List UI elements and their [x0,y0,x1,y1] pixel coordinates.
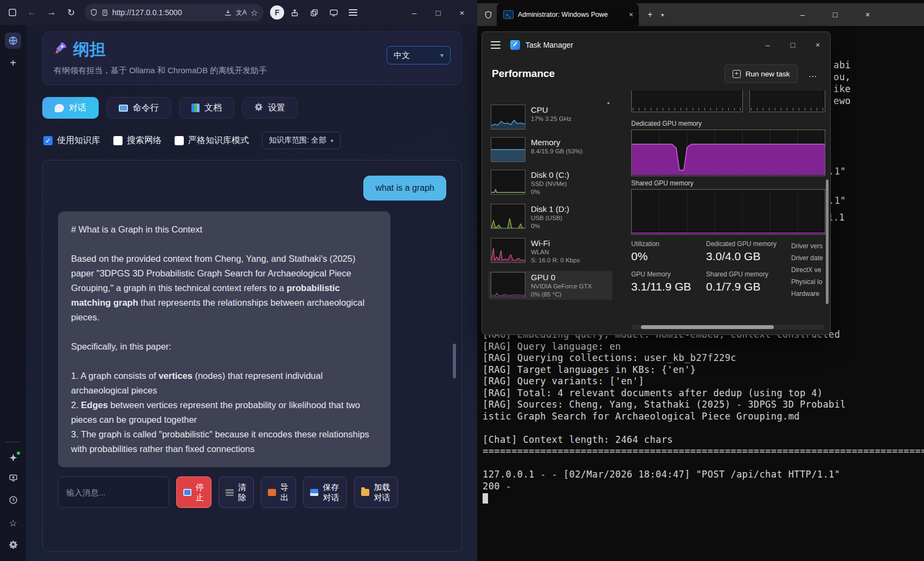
forward-button[interactable]: → [42,4,61,21]
sidebar-divider [6,442,20,442]
run-new-task-label: Run new task [746,70,790,78]
checkbox-icon[interactable]: ✓ [175,136,184,145]
option-label: 严格知识库模式 [188,135,249,146]
gpu-info-labels-truncated: Driver vers Driver date DirectX ve Physi… [791,240,825,300]
terminal-text-fragment: ou, [833,72,851,83]
chevron-down-icon: ▾ [440,51,444,59]
run-new-task-button[interactable]: Run new task [724,65,798,83]
stat-shared-memory: Shared GPU memory 0.1/7.9 GB [706,270,794,293]
chat-scrollbar[interactable] [453,344,456,378]
favorite-star-icon[interactable]: ☆ [251,8,258,18]
rocket-icon [54,41,68,59]
clear-button[interactable]: 清除 [219,476,254,508]
performance-sidebar: CPU 17% 3.25 GHz Memory 8.4/15.9 GB (53%… [489,104,612,334]
option-search-web[interactable]: ✓ 搜索网络 [113,135,162,146]
app-subtitle: 有纲领有担当，基于 Ollama 和 ChromaDB 的离线开发助手 [54,66,451,76]
sidebar-add-icon[interactable]: + [10,57,16,68]
tab-command-line-label: 命令行 [133,102,159,114]
profile-avatar[interactable]: F [270,5,284,20]
shared-gpu-memory-chart [631,189,825,235]
option-strict-kb-mode[interactable]: ✓ 严格知识库模式 [175,135,249,146]
assistant-message-bubble: # What is a Graph in this ContextBased o… [58,211,390,467]
tm-maximize-button[interactable]: □ [780,32,805,58]
checkbox-icon[interactable]: ✓ [113,136,123,145]
gpu-engine-chart-partial [749,91,825,112]
hamburger-menu-icon[interactable] [491,41,501,49]
tab-settings-label: 设置 [268,102,285,114]
gear-icon [254,102,263,113]
dedicated-gpu-memory-chart [631,130,825,176]
horizontal-scrollbar-thumb[interactable] [641,325,774,329]
browser-toolbar: ← → ↻ http://127.0.0.1:5000 文A ☆ F [0,0,477,25]
browser-minimize-button[interactable]: – [402,4,426,21]
terminal-text-fragment: .1" [829,166,846,178]
options-row: ✓ 使用知识库 ✓ 搜索网络 ✓ 严格知识库模式 知识库范围: 全部 ▾ [43,132,477,149]
gpu-detail-panel: Dedicated GPU memory Shared GPU memory U… [631,91,825,334]
share-icon[interactable] [285,4,304,21]
download-icon[interactable] [224,9,232,17]
chat-input[interactable] [58,476,169,508]
gpu-stats: Utilization 0% Dedicated GPU memory 3.0/… [631,240,794,293]
app-header: 纲担 有纲领有担当，基于 Ollama 和 ChromaDB 的离线开发助手 中… [42,31,462,85]
more-options-button[interactable]: ... [805,69,820,79]
settings-gear-icon[interactable] [9,540,18,551]
tab-settings[interactable]: 设置 [242,97,298,119]
tab-chat[interactable]: 对话 [42,97,99,119]
history-clock-icon[interactable] [9,495,18,507]
reload-button[interactable]: ↻ [62,4,80,21]
disk1-graph-thumbnail [491,204,525,229]
memory-graph-thumbnail [491,137,525,162]
back-button[interactable]: ← [23,4,41,21]
browser-menu-icon[interactable] [344,4,362,21]
load-chat-button[interactable]: 加载对话 [354,476,398,508]
task-manager-app-icon [510,40,520,50]
terminal-text-fragment: abi [833,60,851,72]
copilot-sparkle-icon[interactable] [9,453,18,462]
option-use-knowledge-base[interactable]: ✓ 使用知识库 [43,135,100,146]
user-message-bubble: what is a graph [363,176,446,201]
checkbox-icon[interactable]: ✓ [43,136,53,145]
tab-documents[interactable]: 文档 [179,97,234,119]
collections-icon[interactable] [305,4,323,21]
devices-icon[interactable] [324,4,343,21]
favorites-star-icon[interactable]: ☆ [9,518,17,529]
site-security-shield-icon[interactable] [90,9,98,16]
perf-item-memory[interactable]: Memory 8.4/15.9 GB (53%) [489,136,612,163]
workspaces-icon[interactable] [5,33,21,49]
tab-command-line[interactable]: 命令行 [106,97,171,119]
perf-item-disk0[interactable]: Disk 0 (C:) SSD (NVMe) 0% [489,169,612,197]
export-button[interactable]: 导出 [261,476,296,508]
screen-share-icon[interactable] [9,473,18,485]
performance-page-title: Performance [492,68,555,80]
tab-actions-icon[interactable] [3,4,22,21]
task-manager-window-controls: – □ × [755,32,830,58]
perf-item-wifi[interactable]: Wi-Fi WLAN S: 16.0 R: 0 Kbps [489,237,612,266]
terminal-output: [RAG] Embedding query, model: nomic-embe… [483,329,924,504]
horizontal-scrollbar[interactable] [631,325,824,330]
address-bar[interactable]: http://127.0.0.1:5000 文A ☆ [85,4,264,21]
stop-button[interactable]: 停止 [176,476,211,508]
export-icon [268,489,276,496]
browser-sidebar: + ☆ [0,25,26,561]
page-document-icon [101,9,108,16]
save-chat-button[interactable]: 保存对话 [303,476,347,508]
perf-item-cpu[interactable]: CPU 17% 3.25 GHz [489,104,612,131]
kb-scope-dropdown[interactable]: 知识库范围: 全部 ▾ [262,132,341,149]
clear-icon [226,489,234,496]
language-select[interactable]: 中文 ▾ [387,46,451,65]
perf-item-gpu0[interactable]: GPU 0 NVIDIA GeForce GTX 0% (85 °C) [489,271,612,300]
export-label: 导出 [280,482,289,503]
load-chat-label: 加载对话 [373,482,391,503]
tm-close-button[interactable]: × [805,32,830,58]
save-icon [310,489,318,496]
chat-input-row: 停止 清除 导出 保存对话 [58,476,446,508]
browser-close-button[interactable]: × [450,4,474,21]
cpu-graph-thumbnail [491,105,525,130]
new-task-icon [733,70,741,78]
vertical-scrollbar[interactable] [826,179,829,304]
stat-utilization: Utilization 0% [631,240,706,263]
browser-maximize-button[interactable]: □ [426,4,450,21]
perf-item-disk1[interactable]: Disk 1 (D:) USB (USB) 0% [489,203,612,231]
translate-icon[interactable]: 文A [236,8,247,17]
tm-minimize-button[interactable]: – [755,32,780,58]
